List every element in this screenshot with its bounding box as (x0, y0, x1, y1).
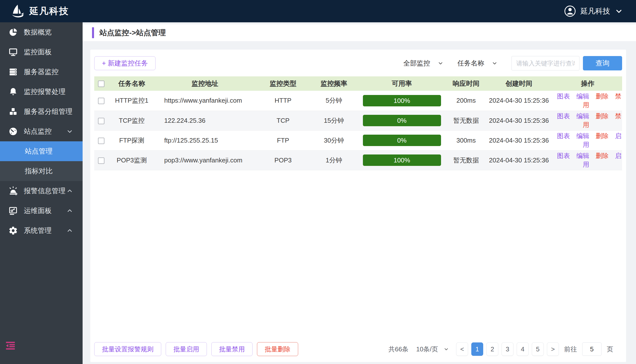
bulk-set-alarm-rules-button[interactable]: 批量设置报警规则 (94, 342, 161, 356)
server-icon (8, 67, 18, 76)
frequency-cell: 1分钟 (312, 150, 356, 170)
pagination: 共66条 10条/页 < 1 2 3 4 5 > 前往 页 (388, 342, 615, 356)
table-row: TCP监控 122.224.25.36 TCP 15分钟 0% 暂无数据 202… (94, 110, 622, 130)
alarm-icon (8, 186, 18, 196)
delete-link[interactable]: 删除 (596, 132, 609, 140)
bulk-delete-button[interactable]: 批量删除 (257, 342, 298, 356)
sidebar-subitem-label: 站点管理 (25, 146, 53, 156)
sidebar-item-server-monitor[interactable]: 服务器监控 (0, 62, 83, 82)
type-cell: TCP (255, 110, 312, 130)
search-field-value: 任务名称 (457, 59, 484, 68)
sidebar-item-label: 站点监控 (24, 127, 52, 136)
sidebar-item-site-monitor[interactable]: 站点监控 (0, 122, 83, 141)
brand: 延凡科技 (11, 4, 69, 18)
gauge-icon (8, 127, 18, 136)
row-checkbox[interactable] (98, 98, 105, 104)
response-cell: 200ms (447, 91, 485, 110)
availability-bar: 0% (363, 115, 441, 126)
chart-link[interactable]: 图表 (557, 152, 570, 160)
row-checkbox[interactable] (98, 158, 105, 164)
sidebar-item-label: 运维面板 (24, 206, 52, 216)
bulk-enable-button[interactable]: 批量启用 (166, 342, 207, 356)
avatar-icon (564, 5, 576, 17)
bell-icon (8, 87, 18, 96)
created-cell: 2024-04-30 15:25:36 (485, 150, 553, 170)
sidebar-item-label: 监控报警处理 (24, 87, 66, 96)
query-button[interactable]: 查询 (583, 56, 622, 70)
prev-page-button[interactable]: < (456, 342, 468, 356)
actions-cell: 图表编辑删除启用 (553, 130, 622, 150)
availability-value: 100% (394, 156, 410, 164)
next-page-button[interactable]: > (547, 342, 559, 356)
edit-link[interactable]: 编辑 (576, 112, 589, 120)
chevron-up-icon (66, 207, 73, 214)
chart-link[interactable]: 图表 (557, 132, 570, 140)
sidebar-subitem-label: 指标对比 (25, 166, 53, 176)
page-button-2[interactable]: 2 (486, 342, 498, 356)
sidebar-item-alert-handling[interactable]: 监控报警处理 (0, 82, 83, 102)
delete-link[interactable]: 删除 (596, 112, 609, 120)
availability-bar: 100% (363, 154, 441, 166)
toolbar: + 新建监控任务 全部监控 任务名称 查询 (90, 50, 626, 70)
sidebar-item-data-overview[interactable]: 数据概览 (0, 22, 83, 42)
response-cell: 暂无数据 (447, 150, 485, 170)
sidebar-item-server-groups[interactable]: 服务器分组管理 (0, 102, 83, 122)
page-size-value: 10条/页 (416, 345, 438, 354)
page-button-4[interactable]: 4 (517, 342, 529, 356)
task-name-cell: HTTP监控1 (108, 91, 155, 110)
sidebar-item-label: 服务器分组管理 (24, 107, 73, 116)
sailboat-logo-icon (11, 4, 25, 18)
actions-cell: 图表编辑删除启用 (553, 150, 622, 170)
new-monitor-task-button[interactable]: + 新建监控任务 (94, 56, 156, 70)
content-card: + 新建监控任务 全部监控 任务名称 查询 (90, 50, 626, 362)
sidebar-subitem-metric-compare[interactable]: 指标对比 (0, 161, 83, 181)
frequency-cell: 15分钟 (312, 110, 356, 130)
task-name-cell: POP3监测 (108, 150, 155, 170)
cubes-icon (8, 107, 18, 116)
search-field-select[interactable]: 任务名称 (457, 59, 498, 68)
sidebar-item-system-management[interactable]: 系统管理 (0, 221, 83, 240)
actions-cell: 图表编辑删除禁用 (553, 110, 622, 130)
monitor-scope-select[interactable]: 全部监控 (403, 59, 443, 68)
page-button-5[interactable]: 5 (532, 342, 544, 356)
table-row: HTTP监控1 https://www.yanfankeji.com HTTP … (94, 91, 622, 110)
sidebar-item-ops-panel[interactable]: 运维面板 (0, 201, 83, 221)
row-checkbox[interactable] (98, 138, 105, 144)
page-button-3[interactable]: 3 (501, 342, 513, 356)
address-cell: https://www.yanfankeji.com (155, 91, 255, 110)
select-all-checkbox[interactable] (98, 80, 105, 87)
search-input[interactable] (511, 56, 579, 70)
page-size-select[interactable]: 10条/页 (416, 345, 449, 354)
page-button-1[interactable]: 1 (471, 342, 483, 356)
sidebar-item-alarm-info[interactable]: 报警信息管理 (0, 181, 83, 201)
breadcrumb-accent-bar (92, 27, 94, 38)
task-name-cell: FTP探测 (108, 130, 155, 150)
goto-page-input[interactable] (582, 342, 601, 356)
created-cell: 2024-04-30 15:25:36 (485, 110, 553, 130)
edit-link[interactable]: 编辑 (576, 152, 589, 160)
app-root: 延凡科技 延凡科技 数据概览 (0, 0, 636, 364)
user-name: 延凡科技 (580, 6, 610, 16)
delete-link[interactable]: 删除 (596, 92, 609, 100)
chevron-up-icon (66, 227, 73, 234)
type-cell: POP3 (255, 150, 312, 170)
row-checkbox[interactable] (98, 118, 105, 124)
delete-link[interactable]: 删除 (596, 152, 609, 160)
edit-link[interactable]: 编辑 (576, 92, 589, 100)
chevron-down-icon (66, 128, 73, 135)
collapse-sidebar-icon[interactable] (6, 341, 16, 351)
sidebar-subitem-site-management[interactable]: 站点管理 (0, 141, 83, 161)
chart-link[interactable]: 图表 (557, 112, 570, 120)
edit-link[interactable]: 编辑 (576, 132, 589, 140)
bulk-disable-button[interactable]: 批量禁用 (211, 342, 253, 356)
goto-label: 前往 (564, 345, 577, 354)
user-menu[interactable]: 延凡科技 (564, 5, 623, 17)
availability-value: 0% (397, 136, 407, 144)
col-address: 监控地址 (155, 76, 255, 91)
sidebar-item-monitor-panel[interactable]: 监控面板 (0, 42, 83, 62)
actions-cell: 图表编辑删除禁用 (553, 91, 622, 110)
chart-link[interactable]: 图表 (557, 92, 570, 100)
col-response: 响应时间 (447, 76, 485, 91)
col-task-name: 任务名称 (108, 76, 155, 91)
table-row: FTP探测 ftp://125.255.25.15 FTP 30分钟 0% 30… (94, 130, 622, 150)
